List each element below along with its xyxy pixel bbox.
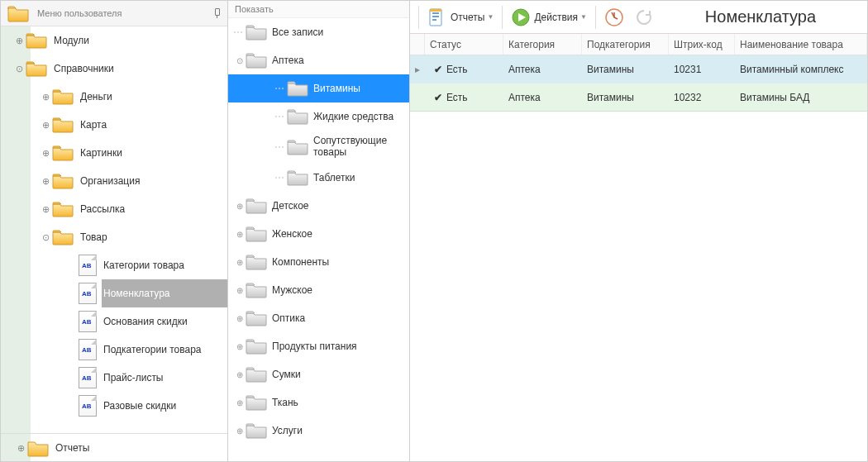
show-tree-item[interactable]: Оптика xyxy=(228,304,409,332)
expand-icon[interactable] xyxy=(12,62,26,75)
expand-icon[interactable] xyxy=(233,228,246,241)
document-icon: AB xyxy=(79,395,97,417)
sidebar-item[interactable]: ABПодкатегории товара xyxy=(1,336,227,364)
show-tree-item[interactable]: Все записи xyxy=(228,18,409,46)
sidebar-item[interactable]: Организация xyxy=(1,167,227,195)
expand-icon[interactable] xyxy=(39,146,52,160)
show-panel-title: Показать xyxy=(228,1,409,18)
show-tree-item[interactable]: Витамины xyxy=(228,74,409,102)
actions-button[interactable]: Действия ▼ xyxy=(506,5,592,30)
reports-button[interactable]: Отчеты ▼ xyxy=(422,5,498,30)
folder-icon xyxy=(246,336,272,357)
folder-icon xyxy=(246,252,272,273)
sidebar-item[interactable]: Товар xyxy=(1,223,227,251)
expand-icon[interactable] xyxy=(39,90,52,103)
expand-icon[interactable] xyxy=(39,118,52,131)
refresh-button[interactable] xyxy=(629,5,659,30)
folder-icon xyxy=(26,59,52,79)
folder-icon xyxy=(7,4,29,22)
show-tree-item[interactable]: Таблетки xyxy=(228,164,409,192)
expand-icon[interactable] xyxy=(233,256,246,269)
sidebar-item[interactable]: ABКатегории товара xyxy=(1,251,227,279)
sidebar-item[interactable]: Модули xyxy=(1,26,227,55)
col-status[interactable]: Статус xyxy=(425,34,503,55)
sidebar-item-label: Карта xyxy=(79,111,227,139)
show-tree-label: Таблетки xyxy=(313,172,355,183)
show-tree-item[interactable]: Аптека xyxy=(228,46,409,74)
expand-icon[interactable] xyxy=(233,341,246,353)
folder-icon xyxy=(52,227,79,248)
show-tree-item[interactable]: Детское xyxy=(228,192,409,220)
show-tree-label: Продукты питания xyxy=(272,341,357,352)
collapse-icon[interactable] xyxy=(233,55,246,67)
sidebar-item-label: Разовые скидки xyxy=(102,392,227,420)
tree-leaf-icon xyxy=(233,26,246,39)
table-row[interactable]: ▸✔ЕстьАптекаВитамины10231Витаминный комп… xyxy=(410,55,867,83)
toolbar: Отчеты ▼ Действия ▼ xyxy=(410,1,867,34)
chevron-down-icon: ▼ xyxy=(487,13,494,21)
show-tree-item[interactable]: Услуги xyxy=(228,417,409,445)
cell-status: ✔Есть xyxy=(425,92,503,103)
play-icon xyxy=(511,7,531,27)
show-tree-item[interactable]: Продукты питания xyxy=(228,332,409,360)
expand-icon[interactable] xyxy=(233,397,246,409)
folder-icon xyxy=(246,421,272,441)
expand-icon[interactable] xyxy=(12,34,26,47)
expand-icon[interactable] xyxy=(14,441,27,455)
show-tree-label: Все записи xyxy=(272,26,323,38)
col-subcategory[interactable]: Подкатегория xyxy=(582,34,669,55)
sidebar-item-label: Основания скидки xyxy=(102,307,227,336)
expand-icon[interactable] xyxy=(233,369,246,381)
cell-name: Витаминный комплекс xyxy=(735,64,867,75)
svg-rect-3 xyxy=(432,19,436,21)
expand-icon[interactable] xyxy=(233,425,246,437)
check-icon: ✔ xyxy=(430,64,446,75)
tree-leaf-icon xyxy=(274,172,287,184)
show-tree-item[interactable]: Женское xyxy=(228,220,409,248)
sidebar-item-label: Картинки xyxy=(79,139,227,167)
sidebar-item[interactable]: ABПрайс-листы xyxy=(1,364,227,392)
show-tree-label: Мужское xyxy=(272,284,312,296)
sidebar-item[interactable]: ABНоменклатура xyxy=(1,279,227,307)
sidebar-item[interactable]: Справочники xyxy=(1,55,227,83)
row-indicator: ▸ xyxy=(410,64,425,75)
expand-icon[interactable] xyxy=(233,284,246,297)
sidebar-item[interactable]: Отчеты xyxy=(1,434,227,461)
folder-icon xyxy=(287,137,313,158)
show-tree-item[interactable]: Сумки xyxy=(228,360,409,388)
cell-subcategory: Витамины xyxy=(582,64,669,75)
show-tree-item[interactable]: Мужское xyxy=(228,276,409,304)
pin-icon[interactable] xyxy=(212,8,221,18)
col-barcode[interactable]: Штрих-код xyxy=(669,34,735,55)
expand-icon[interactable] xyxy=(233,200,246,212)
sidebar-item[interactable]: ABОснования скидки xyxy=(1,307,227,336)
check-icon: ✔ xyxy=(430,92,446,103)
col-name[interactable]: Наименование товара xyxy=(735,34,867,55)
expand-icon[interactable] xyxy=(39,174,52,188)
document-icon: AB xyxy=(79,367,97,388)
col-category[interactable]: Категория xyxy=(503,34,582,55)
folder-icon xyxy=(52,199,79,220)
folder-icon xyxy=(26,31,52,51)
sidebar-item[interactable]: Картинки xyxy=(1,139,227,167)
show-tree-item[interactable]: Жидкие средства xyxy=(228,102,409,131)
cell-category: Аптека xyxy=(503,64,582,75)
show-tree-item[interactable]: Сопутствующие товары xyxy=(228,131,409,164)
folder-icon xyxy=(246,22,272,43)
show-tree-label: Жидкие средства xyxy=(313,111,393,122)
show-tree-item[interactable]: Ткань xyxy=(228,388,409,417)
sidebar-item[interactable]: Деньги xyxy=(1,83,227,111)
show-tree-item[interactable]: Компоненты xyxy=(228,248,409,276)
folder-icon xyxy=(246,280,272,301)
page-title: Номенклатура xyxy=(659,7,862,26)
expand-icon[interactable] xyxy=(39,231,52,244)
show-tree-label: Аптека xyxy=(272,55,304,66)
sidebar-item-label: Рассылка xyxy=(79,195,227,223)
expand-icon[interactable] xyxy=(39,202,52,216)
table-row[interactable]: ✔ЕстьАптекаВитамины10232Витамины БАД xyxy=(410,83,867,112)
clock-button[interactable] xyxy=(599,5,629,30)
sidebar-item[interactable]: Рассылка xyxy=(1,195,227,223)
expand-icon[interactable] xyxy=(233,312,246,325)
sidebar-item[interactable]: Карта xyxy=(1,111,227,139)
sidebar-item[interactable]: ABРазовые скидки xyxy=(1,392,227,420)
